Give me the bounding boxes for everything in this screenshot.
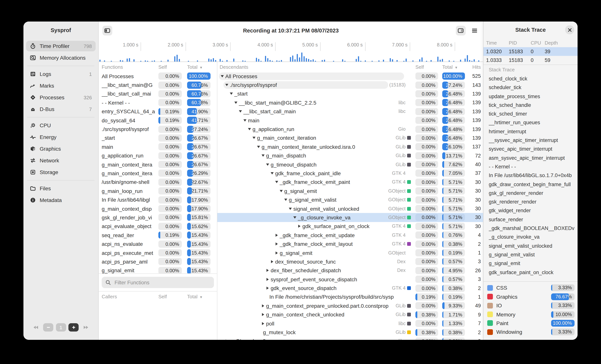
sidebar-item-files[interactable]: Files [26,183,96,194]
expander-open-icon[interactable] [260,154,265,157]
tree-row[interactable]: All Processes0.00%0.00%100.00%100.00%525 [217,72,483,81]
menu-button[interactable] [470,26,479,36]
tree-row[interactable]: main0.00%0.00%26.48%26.48%139 [217,116,483,125]
sidebar-item-d-bus[interactable]: D-Bus7 [26,104,96,115]
function-row[interactable]: - - Kernel - -0.00%0.00%60.38%60.38% [99,98,217,107]
sidebar-item-storage[interactable]: Storage [26,167,96,177]
tree-row[interactable]: g_main_context_prepare_unlocked.part.0.c… [217,301,483,310]
tree-row[interactable]: dex_fiber_scheduler_dispatchDex0.00%0.00… [217,266,483,275]
zoom-out-button[interactable] [43,323,53,332]
tree-row[interactable]: polllibc0.00%0.00%1.33%1.33%7 [217,319,483,328]
expander-open-icon[interactable] [274,181,279,183]
tree-row[interactable]: In File /home/christian/Projects/sysprof… [217,293,483,302]
expander-open-icon[interactable] [238,110,243,113]
expander-closed-icon[interactable] [274,242,279,245]
expander-open-icon[interactable] [220,75,225,77]
tree-row[interactable]: g_timeout_dispatchGLib0.00%0.00%7.62%7.6… [217,160,483,169]
function-row[interactable]: g_application_run0.00%0.00%26.67%26.67% [99,151,217,160]
tree-row[interactable]: g_main_context_check_unlockedGLib0.38%0.… [217,310,483,319]
toggle-panel-button[interactable] [456,26,466,36]
tree-row[interactable]: _gdk_frame_clock_emit_layoutGTK 40.00%0.… [217,239,483,249]
function-row[interactable]: g_main_loop_run0.00%0.00%21.71%21.71% [99,187,217,195]
zoom-level-button[interactable]: 1 [56,323,66,332]
function-row[interactable]: acpi_ps_execute_met0.00%0.00%15.43%15.43… [99,249,217,257]
function-row[interactable]: acpi_ps_parse_aml0.00%0.00%15.43%15.43% [99,257,217,266]
expander-open-icon[interactable] [283,199,288,201]
function-row[interactable]: g_main_context_itera0.00%0.00%26.29%26.2… [99,169,217,178]
sidebar-item-memory-allocations[interactable]: Memory Allocations [26,52,96,63]
tree-row[interactable]: g_application_runGio0.00%0.00%26.48%26.4… [217,125,483,134]
expander-open-icon[interactable] [251,137,256,139]
function-row[interactable]: g_main_context_itera0.00%0.00%26.67%26.6… [99,160,217,169]
col-total[interactable]: Total▼ [187,64,210,70]
sidebar-item-processes[interactable]: Processes326 [26,92,96,103]
col-callers[interactable]: Callers [102,294,158,299]
function-row[interactable]: g_signal_emit0.00%0.00%15.43%15.43% [99,266,217,273]
function-row[interactable]: ./src/sysprof/sysprof0.00%0.00%27.24%27.… [99,125,217,134]
function-row[interactable]: All Processes0.00%0.00%100.00%100.00% [99,72,217,81]
col-self[interactable]: Self [158,64,182,70]
function-row[interactable]: entry_SYSCALL_64_a0.19%0.19%41.90%41.90% [99,107,217,116]
expander-closed-icon[interactable] [260,313,265,316]
expander-closed-icon[interactable] [274,234,279,237]
expander-open-icon[interactable] [247,128,252,130]
tree-row[interactable]: dex_timeout_source_funcDex0.00%0.00%0.57… [217,257,483,266]
expander-closed-icon[interactable] [270,260,274,263]
sidebar-item-graphics[interactable]: Graphics [26,144,96,154]
stack-sample-row[interactable]: 1.033315183059 [483,56,578,65]
filter-functions-input[interactable] [114,279,210,286]
expander-closed-icon[interactable] [274,251,279,254]
col-functions[interactable]: Functions [102,64,158,70]
tree-row[interactable]: _gdk_frame_clock_emit_paintGTK 40.00%0.0… [217,178,483,187]
expander-closed-icon[interactable] [265,278,270,281]
sidebar-item-energy[interactable]: Energy [26,132,96,142]
tree-row[interactable]: signal_emit_valist_unlockedGObject0.00%0… [217,204,483,213]
tree-row[interactable]: __GI___clone3libc0.00%0.00%0.38%0.38%2 [217,337,483,340]
tree-row[interactable]: gdk_event_source_dispatchGTK 40.00%0.00%… [217,284,483,293]
expander-closed-icon[interactable] [297,225,302,228]
tree-row[interactable]: __libc_start_call_mainlibc0.00%0.00%26.4… [217,107,483,116]
function-row[interactable]: main0.00%0.00%26.67%26.67% [99,142,217,151]
sidebar-item-cpu[interactable]: CPU [26,120,96,131]
expander-closed-icon[interactable] [260,322,265,325]
stack-sample-row[interactable]: 1.032015183039 [483,47,578,56]
function-row[interactable]: do_syscall_640.19%0.19%41.71%41.71% [99,116,217,125]
expander-closed-icon[interactable] [265,287,270,290]
tree-row[interactable]: _gdk_frame_clock_emit_updateGTK 40.00%0.… [217,231,483,239]
rewind-button[interactable] [30,323,41,332]
function-row[interactable]: __libc_start_main@G0.00%0.00%60.76%60.76… [99,81,217,89]
function-row[interactable]: acpi_evaluate_object0.00%0.00%15.62%15.6… [99,222,217,231]
sidebar-item-network[interactable]: Network [26,155,96,166]
expander-open-icon[interactable] [256,146,261,148]
zoom-in-button[interactable] [68,323,79,332]
expander-open-icon[interactable] [292,216,297,219]
sidebar-item-marks[interactable]: Marks [26,80,96,91]
tree-row[interactable]: _g_closure_invoke_vaGObject0.00%0.00%5.7… [217,213,483,222]
tree-row[interactable]: _start0.00%0.00%26.48%26.48%139 [217,89,483,98]
col-desc-self[interactable]: Self [415,64,438,70]
function-row[interactable]: g_main_context_disp0.00%0.00%17.90%17.90… [99,204,217,213]
expander-open-icon[interactable] [242,119,247,121]
function-row[interactable]: gsk_gl_render_job_vi0.00%0.00%15.81%15.8… [99,213,217,222]
tree-row[interactable]: g_mutex_lockGLib0.38%0.38%0.38%0.38%2 [217,328,483,337]
col-callers-total[interactable]: Total▼ [187,294,210,299]
expander-open-icon[interactable] [288,208,292,210]
function-row[interactable]: /usr/bin/gnome-shell0.00%0.00%22.67%22.6… [99,178,217,187]
expander-open-icon[interactable] [233,102,238,104]
expander-open-icon[interactable] [224,84,229,86]
close-panel-button[interactable] [565,25,574,34]
function-row[interactable]: acpi_ns_evaluate0.00%0.00%15.43%15.43% [99,239,217,249]
cpu-overview-chart[interactable] [99,51,483,62]
expander-open-icon[interactable] [270,172,274,174]
function-row[interactable]: seq_read_iter0.19%0.19%15.43%15.43% [99,231,217,239]
col-desc-total[interactable]: Total▼ [442,64,465,70]
tree-row[interactable]: g_signal_emitGObject0.00%0.00%5.71%5.71%… [217,187,483,195]
toggle-sidebar-button[interactable] [102,26,112,36]
col-callers-self[interactable]: Self [158,294,182,299]
sidebar-item-metadata[interactable]: Metadata [26,195,96,205]
function-row[interactable]: __libc_start_call_mai0.00%0.00%60.76%60.… [99,89,217,98]
tree-row[interactable]: g_signal_emitGObject0.00%0.00%0.19%0.19%… [217,249,483,257]
function-row[interactable]: _start0.00%0.00%26.67%26.67% [99,134,217,142]
function-row[interactable]: In File /usr/lib64/libgl0.00%0.00%17.90%… [99,195,217,204]
expander-closed-icon[interactable] [260,304,265,307]
